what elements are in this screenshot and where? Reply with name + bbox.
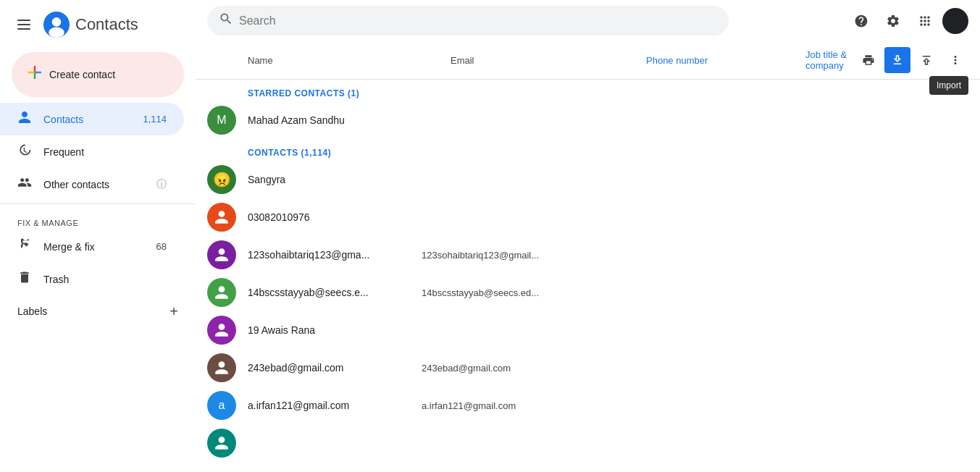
apps-button[interactable] [910,7,939,35]
emoji-avatar-icon: 😠 [213,171,231,188]
contact-info: 03082010976 [248,211,968,223]
sidebar-item-other-contacts[interactable]: Other contacts ⓘ [0,168,184,201]
sidebar-item-merge-fix[interactable]: Merge & fix 68 [0,230,184,263]
sidebar-item-trash[interactable]: Trash [0,263,184,295]
contact-name: Sangyra [248,174,422,185]
contact-row[interactable]: M Mahad Azam Sandhu [196,101,980,139]
person-icon [214,285,230,300]
contacts-area: Name Email Phone number Job title & comp… [196,41,980,472]
contact-name: a.irfan121@gmail.com [248,400,422,411]
contact-row[interactable]: 243ebad@gmail.com 243ebad@gmail.com [196,349,980,387]
col-header-email: Email [451,55,646,66]
plus-icon [26,64,43,85]
sidebar-header: Contacts [0,6,196,49]
contact-name: 19 Awais Rana [248,324,422,336]
person-icon [214,435,230,451]
contact-info: 243ebad@gmail.com 243ebad@gmail.com [248,362,968,374]
avatar [207,203,236,232]
create-plus-icon [26,64,43,81]
avatar [207,429,236,458]
contact-row[interactable]: 😠 Sangyra [196,161,980,198]
col-header-job: Job title & company [805,49,855,71]
contact-row[interactable] [196,424,980,462]
sidebar: Contacts Create contact Contacts 1,114 F… [0,0,196,472]
contact-row[interactable]: 123sohaibtariq123@gma... 123sohaibtariq1… [196,236,980,274]
import-button[interactable] [884,47,910,73]
sidebar-item-contacts[interactable]: Contacts 1,114 [0,103,184,135]
contact-info: 19 Awais Rana [248,324,968,336]
divider-1 [0,203,196,204]
col-header-phone: Phone number [646,55,805,66]
col-header-name: Name [248,55,451,66]
contact-email: 243ebad@gmail.com [422,363,617,374]
contacts-icon [17,110,32,128]
other-contacts-label: Other contacts [43,179,145,190]
frequent-icon [17,143,32,161]
search-bar [207,6,729,35]
import-tooltip: Import [929,76,968,95]
avatar [207,278,236,307]
contact-row[interactable]: 03082010976 [196,198,980,236]
trash-label: Trash [43,274,167,285]
fix-manage-title: Fix & manage [0,207,196,230]
more-options-button[interactable] [942,47,968,73]
merge-fix-icon [17,237,32,256]
contact-email: a.irfan121@gmail.com [422,400,617,411]
contacts-section-label: CONTACTS (1,114) [196,139,980,161]
labels-add-button[interactable]: + [164,301,184,321]
contact-info: 14bscsstayyab@seecs.e... 14bscsstayyab@s… [248,287,968,298]
col-actions: Import [855,47,968,73]
create-contact-button[interactable]: Create contact [12,52,184,97]
contact-info: Mahad Azam Sandhu [248,114,968,126]
contact-info: 123sohaibtariq123@gma... 123sohaibtariq1… [248,249,968,261]
app-title: Contacts [75,15,138,34]
starred-section-label: STARRED CONTACTS (1) [196,80,980,101]
column-headers: Name Email Phone number Job title & comp… [196,41,980,80]
search-icon [219,12,233,30]
trash-icon [17,270,32,288]
person-icon [214,360,230,376]
contact-info: a.irfan121@gmail.com a.irfan121@gmail.co… [248,400,968,411]
avatar [207,353,236,382]
contact-row[interactable]: 19 Awais Rana [196,311,980,349]
contacts-label: Contacts [43,114,131,125]
sidebar-item-frequent[interactable]: Frequent [0,135,184,168]
contact-row[interactable]: 14bscsstayyab@seecs.e... 14bscsstayyab@s… [196,274,980,311]
main-content: Name Email Phone number Job title & comp… [196,0,980,472]
avatar: M [207,106,236,135]
settings-button[interactable] [879,7,908,35]
frequent-label: Frequent [43,146,167,158]
contact-email: 123sohaibtariq123@gmail... [422,250,617,261]
topbar-actions [847,7,968,35]
contact-row[interactable]: a a.irfan121@gmail.com a.irfan121@gmail.… [196,387,980,424]
logo-area: Contacts [43,12,138,38]
svg-point-1 [52,17,62,27]
labels-title: Labels [17,305,47,317]
labels-header[interactable]: Labels + [0,295,196,324]
other-contacts-icon [17,175,32,193]
help-button[interactable] [847,7,876,35]
create-contact-label: Create contact [49,69,115,80]
merge-fix-count: 68 [156,241,167,252]
contact-name: 14bscsstayyab@seecs.e... [248,287,422,298]
user-avatar[interactable] [942,8,968,34]
contact-info: Sangyra [248,174,968,185]
contact-name: 123sohaibtariq123@gma... [248,249,422,261]
contacts-logo-icon [43,12,70,38]
person-icon [214,322,230,338]
contacts-count: 1,114 [143,114,167,125]
search-input[interactable] [239,14,717,28]
contact-name: 243ebad@gmail.com [248,362,422,374]
person-icon [214,247,230,263]
merge-fix-label: Merge & fix [43,241,145,253]
other-contacts-info-icon[interactable]: ⓘ [156,178,167,191]
print-button[interactable] [855,47,881,73]
topbar [196,0,980,41]
hamburger-icon[interactable] [12,14,36,35]
avatar [207,240,236,269]
person-icon [214,209,230,225]
contact-name: Mahad Azam Sandhu [248,114,422,126]
export-button[interactable] [913,47,939,73]
avatar: a [207,391,236,420]
avatar: 😠 [207,165,236,194]
